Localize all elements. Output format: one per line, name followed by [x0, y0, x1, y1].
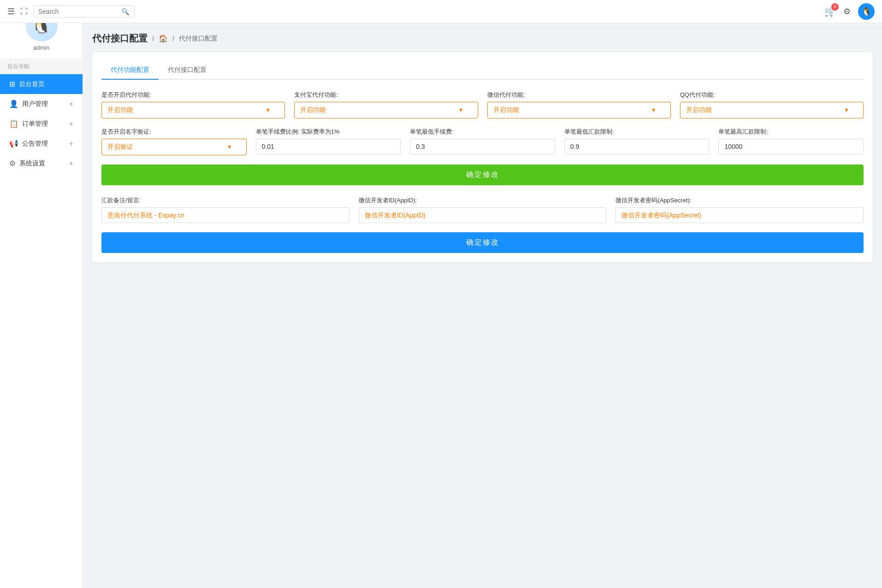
sidebar-item-users[interactable]: 👤 用户管理 + — [0, 94, 83, 114]
search-box: 🔍 — [33, 6, 135, 18]
dashboard-icon: ⊞ — [9, 80, 15, 88]
sidebar-item-announcements[interactable]: 📢 公告管理 + — [0, 134, 83, 153]
min-limit-group: 单笔最低汇款限制: — [564, 128, 710, 155]
alipay-group: 支付宝代付功能: 开启功能 ▼ — [294, 91, 478, 118]
min-fee-label: 单笔最低手续费: — [410, 128, 555, 136]
verify-arrow: ▼ — [227, 144, 232, 150]
alipay-value: 开启功能 — [300, 106, 326, 114]
cart-button[interactable]: 🛒 0 — [824, 6, 836, 17]
enable-group: 是否开启代付功能: 开启功能 ▼ — [101, 91, 285, 118]
verify-label: 是否开启名字验证: — [101, 128, 247, 136]
avatar[interactable]: 🐧 — [858, 3, 875, 20]
main-content: 代付接口配置 / 🏠 / 代付接口配置 代付功能配置 代付接口配置 是否开启代付… — [83, 23, 882, 588]
tab-interface[interactable]: 代付接口配置 — [159, 61, 216, 80]
search-icon: 🔍 — [121, 8, 129, 15]
confirm-button-2[interactable]: 确定修改 — [101, 232, 864, 253]
topbar: ☰ ⛶ 🔍 🛒 0 ⚙ 🐧 — [0, 0, 882, 23]
qq-value: 开启功能 — [686, 106, 712, 114]
remark-group: 汇款备注/留言: — [101, 196, 349, 223]
confirm-button-1[interactable]: 确定修改 — [101, 165, 864, 185]
appsecret-input[interactable] — [616, 207, 864, 223]
sidebar: 🐧 admin 后台导航 ⊞ 后台首页 👤 用户管理 + 📋 订单管理 + 📢 … — [0, 0, 83, 588]
wechat-group: 微信代付功能: 开启功能 ▼ — [487, 91, 671, 118]
rate-row: 是否开启名字验证: 开启验证 ▼ 单笔手续费比例: 实际费率为1% 单笔最低手续… — [101, 128, 864, 155]
enable-arrow: ▼ — [265, 107, 271, 113]
max-limit-group: 单笔最高汇款限制: — [718, 128, 864, 155]
users-plus-icon: + — [69, 100, 73, 108]
breadcrumb-sep: / — [152, 35, 154, 42]
sidebar-item-dashboard[interactable]: ⊞ 后台首页 — [0, 74, 83, 94]
breadcrumb-current: 代付接口配置 — [179, 35, 218, 43]
sidebar-item-label: 后台首页 — [19, 80, 45, 88]
wechat-arrow: ▼ — [651, 107, 657, 113]
main-card: 代付功能配置 代付接口配置 是否开启代付功能: 开启功能 ▼ 支付宝代付功能: … — [92, 52, 873, 262]
search-input[interactable] — [38, 8, 121, 15]
sidebar-item-settings[interactable]: ⚙ 系统设置 + — [0, 153, 83, 173]
page-title: 代付接口配置 — [92, 32, 148, 45]
rate-input[interactable] — [256, 139, 401, 154]
min-fee-input[interactable] — [410, 139, 555, 154]
expand-icon[interactable]: ⛶ — [20, 7, 28, 16]
appsecret-label: 微信开发者密码(AppSecret): — [616, 196, 864, 205]
enable-label: 是否开启代付功能: — [101, 91, 285, 99]
admin-label: admin — [33, 44, 49, 51]
breadcrumb: 代付接口配置 / 🏠 / 代付接口配置 — [92, 32, 873, 45]
users-icon: 👤 — [9, 100, 18, 108]
enable-value: 开启功能 — [107, 106, 133, 114]
orders-icon: 📋 — [9, 119, 18, 128]
appid-label: 微信开发者ID(AppID): — [359, 196, 607, 205]
qq-arrow: ▼ — [844, 107, 849, 113]
verify-select[interactable]: 开启验证 ▼ — [101, 139, 247, 155]
rate-group: 单笔手续费比例: 实际费率为1% — [256, 128, 401, 155]
min-limit-label: 单笔最低汇款限制: — [564, 128, 710, 136]
breadcrumb-sep2: / — [172, 35, 174, 42]
gear-icon[interactable]: ⚙ — [843, 6, 851, 17]
appid-input[interactable] — [359, 207, 607, 223]
alipay-select[interactable]: 开启功能 ▼ — [294, 102, 478, 118]
nav-label: 后台导航 — [0, 59, 83, 74]
enable-row: 是否开启代付功能: 开启功能 ▼ 支付宝代付功能: 开启功能 ▼ 微信代付功能:… — [101, 91, 864, 118]
settings-plus-icon: + — [69, 159, 73, 168]
qq-select[interactable]: 开启功能 ▼ — [680, 102, 864, 118]
max-limit-input[interactable] — [718, 139, 864, 154]
tabs: 代付功能配置 代付接口配置 — [101, 61, 864, 80]
remark-label: 汇款备注/留言: — [101, 196, 349, 205]
sidebar-item-orders[interactable]: 📋 订单管理 + — [0, 114, 83, 134]
wechat-label: 微信代付功能: — [487, 91, 671, 99]
tab-function[interactable]: 代付功能配置 — [101, 61, 159, 80]
verify-value: 开启验证 — [107, 143, 133, 151]
wechat-select[interactable]: 开启功能 ▼ — [487, 102, 671, 118]
menu-icon[interactable]: ☰ — [7, 6, 15, 17]
max-limit-label: 单笔最高汇款限制: — [718, 128, 864, 136]
topbar-left: ☰ ⛶ 🔍 — [7, 6, 135, 18]
announcements-icon: 📢 — [9, 139, 18, 148]
qq-label: QQ代付功能: — [680, 91, 864, 99]
verify-group: 是否开启名字验证: 开启验证 ▼ — [101, 128, 247, 155]
orders-plus-icon: + — [69, 120, 73, 128]
announcements-plus-icon: + — [69, 140, 73, 148]
alipay-label: 支付宝代付功能: — [294, 91, 478, 99]
min-limit-input[interactable] — [564, 139, 710, 154]
rate-label: 单笔手续费比例: 实际费率为1% — [256, 128, 401, 136]
remark-input[interactable] — [101, 207, 349, 223]
sidebar-item-label: 系统设置 — [19, 159, 45, 168]
home-icon[interactable]: 🏠 — [159, 34, 168, 43]
alipay-arrow: ▼ — [458, 107, 464, 113]
wechat-value: 开启功能 — [493, 106, 519, 114]
settings-icon: ⚙ — [9, 159, 16, 168]
wechat-dev-row: 汇款备注/留言: 微信开发者ID(AppID): 微信开发者密码(AppSecr… — [101, 196, 864, 223]
topbar-right: 🛒 0 ⚙ 🐧 — [824, 3, 875, 20]
enable-select[interactable]: 开启功能 ▼ — [101, 102, 285, 118]
appid-group: 微信开发者ID(AppID): — [359, 196, 607, 223]
sidebar-item-label: 用户管理 — [22, 100, 48, 108]
sidebar-item-label: 公告管理 — [22, 140, 48, 148]
min-fee-group: 单笔最低手续费: — [410, 128, 555, 155]
cart-badge: 0 — [831, 3, 839, 11]
sidebar-item-label: 订单管理 — [22, 120, 48, 128]
qq-group: QQ代付功能: 开启功能 ▼ — [680, 91, 864, 118]
appsecret-group: 微信开发者密码(AppSecret): — [616, 196, 864, 223]
